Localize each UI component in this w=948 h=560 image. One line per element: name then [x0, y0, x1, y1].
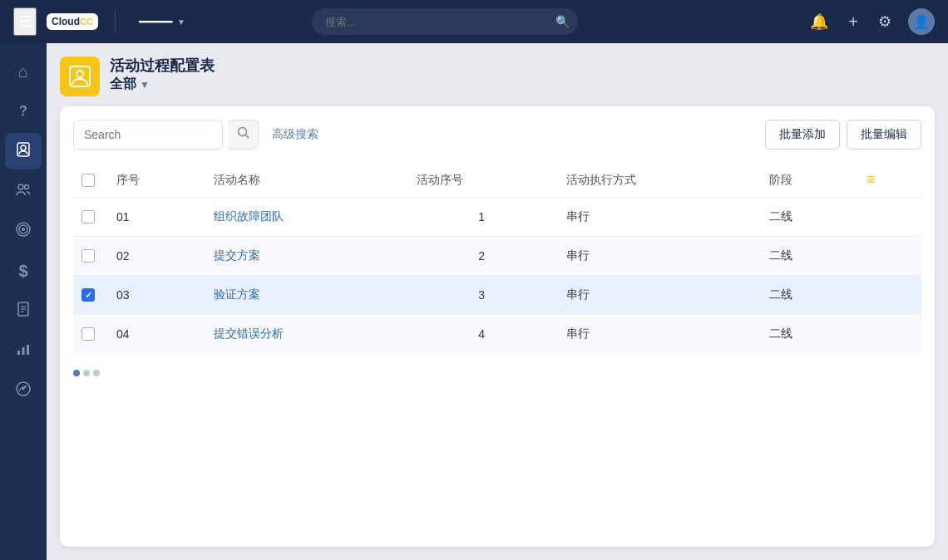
select-all-checkbox[interactable]	[81, 174, 95, 187]
activity-name-link-3[interactable]: 提交错误分析	[214, 327, 284, 340]
menu-icon[interactable]: ☰	[13, 7, 37, 36]
svg-rect-13	[27, 345, 29, 355]
td-checkbox-1	[73, 237, 106, 276]
dollar-icon: $	[18, 262, 27, 281]
pagination-dot-2[interactable]	[83, 370, 90, 376]
avatar[interactable]: 👤	[908, 8, 935, 35]
td-name-1: 提交方案	[204, 237, 407, 276]
th-seq: 序号	[106, 163, 204, 198]
td-seq-3: 04	[106, 315, 204, 354]
search-icon: 🔍	[555, 15, 570, 28]
batch-edit-button[interactable]: 批量编辑	[847, 120, 921, 150]
content-area: 活动过程配置表 全部 ▼	[47, 43, 948, 560]
th-stage: 阶段	[759, 163, 857, 198]
td-stage-3: 二线	[759, 315, 857, 354]
svg-line-19	[245, 135, 249, 139]
table-header: 序号 活动名称 活动序号 活动执行方式 阶段 ≡	[73, 163, 921, 198]
notification-icon[interactable]: 🔔	[807, 9, 832, 34]
svg-rect-12	[22, 347, 25, 355]
batch-add-button[interactable]: 批量添加	[765, 120, 840, 150]
chevron-down-icon: ▼	[177, 17, 185, 27]
svg-point-18	[238, 128, 246, 136]
td-name-3: 提交错误分析	[204, 315, 407, 354]
td-action-3	[857, 315, 921, 354]
row-checkbox-3[interactable]	[81, 327, 95, 341]
activity-name-link-1[interactable]: 提交方案	[214, 248, 260, 262]
chart-icon	[15, 341, 32, 361]
logo: Cloud CC	[47, 13, 98, 30]
td-order-1: 2	[407, 237, 556, 276]
search-icon	[237, 126, 250, 143]
td-order-2: 3	[407, 276, 556, 315]
data-table: 序号 活动名称 活动序号 活动执行方式 阶段 ≡ 01	[73, 163, 921, 353]
table-row: 02 提交方案 2 串行 二线	[73, 237, 921, 276]
page-header-text: 活动过程配置表 全部 ▼	[110, 56, 215, 93]
th-order: 活动序号	[407, 163, 556, 198]
pagination-dot-1[interactable]	[73, 370, 80, 376]
th-menu[interactable]: ≡	[857, 163, 921, 198]
sidebar-item-dashboard[interactable]	[5, 372, 42, 409]
logo-cc-text: CC	[80, 17, 93, 27]
th-checkbox	[73, 163, 106, 198]
sidebar-item-team[interactable]	[5, 173, 42, 209]
page-title: 活动过程配置表	[110, 56, 215, 76]
table-row: 03 验证方案 3 串行 二线	[73, 276, 921, 315]
search-input[interactable]	[73, 120, 223, 150]
svg-point-15	[22, 387, 25, 390]
topnav: ☰ Cloud CC ━━━━━ ▼ 🔍 🔔 + ⚙ 👤	[0, 0, 948, 43]
page-icon	[60, 56, 100, 96]
advanced-search-button[interactable]: 高级搜索	[265, 124, 325, 145]
toolbar: 高级搜索 批量添加 批量编辑	[73, 120, 921, 150]
nav-divider	[115, 10, 116, 33]
logo-cloud-text: Cloud	[52, 16, 80, 27]
pagination-dot-3[interactable]	[93, 370, 100, 376]
sidebar-item-analytics[interactable]	[5, 332, 42, 369]
th-name: 活动名称	[204, 163, 407, 198]
td-stage-2: 二线	[759, 276, 857, 315]
td-order-3: 4	[407, 315, 556, 354]
svg-rect-11	[17, 351, 20, 355]
svg-point-6	[22, 228, 25, 231]
activity-name-link-0[interactable]: 组织故障团队	[214, 209, 284, 223]
td-order-0: 1	[407, 198, 556, 237]
home-icon: ⌂	[18, 62, 28, 81]
row-checkbox-1[interactable]	[81, 249, 95, 263]
td-name-2: 验证方案	[204, 276, 407, 315]
svg-point-17	[77, 71, 83, 77]
td-method-3: 串行	[556, 315, 759, 354]
sidebar-item-contacts[interactable]	[5, 133, 42, 169]
td-action-0	[857, 198, 921, 237]
column-menu-icon[interactable]: ≡	[867, 171, 876, 188]
td-name-0: 组织故障团队	[204, 198, 407, 237]
table-row: 04 提交错误分析 4 串行 二线	[73, 315, 921, 354]
td-method-2: 串行	[556, 276, 759, 315]
global-search-input[interactable]	[312, 8, 578, 35]
td-stage-1: 二线	[759, 237, 857, 276]
row-checkbox-0[interactable]	[81, 210, 95, 224]
page-header: 活动过程配置表 全部 ▼	[60, 56, 935, 96]
td-seq-1: 02	[106, 237, 204, 276]
row-checkbox-2[interactable]	[81, 288, 95, 302]
add-icon[interactable]: +	[845, 9, 862, 35]
dashboard-icon	[15, 381, 32, 401]
table-body: 01 组织故障团队 1 串行 二线 02 提交方案 2 串行 二线 03 验证方…	[73, 198, 921, 354]
page-subtitle-dropdown[interactable]: 全部 ▼	[110, 76, 215, 93]
nav-dropdown[interactable]: ━━━━━ ▼	[132, 12, 192, 32]
sidebar-item-target[interactable]	[5, 213, 42, 249]
sidebar-item-home[interactable]: ⌂	[5, 53, 42, 90]
td-seq-2: 03	[106, 276, 204, 315]
avatar-icon: 👤	[913, 14, 930, 30]
sidebar-item-help[interactable]: ?	[5, 93, 42, 130]
search-button[interactable]	[229, 120, 259, 150]
sidebar-item-finance[interactable]: $	[5, 253, 42, 289]
table-card: 高级搜索 批量添加 批量编辑 序号 活动名称 活	[60, 106, 935, 547]
activity-name-link-2[interactable]: 验证方案	[214, 287, 260, 301]
td-stage-0: 二线	[759, 198, 857, 237]
sidebar-item-reports[interactable]	[5, 292, 42, 329]
td-checkbox-0	[73, 198, 106, 237]
settings-icon[interactable]: ⚙	[875, 9, 895, 34]
td-checkbox-3	[73, 315, 106, 354]
table-row: 01 组织故障团队 1 串行 二线	[73, 198, 921, 237]
sidebar: ⌂ ?	[0, 43, 47, 560]
main-layout: ⌂ ?	[0, 43, 948, 560]
